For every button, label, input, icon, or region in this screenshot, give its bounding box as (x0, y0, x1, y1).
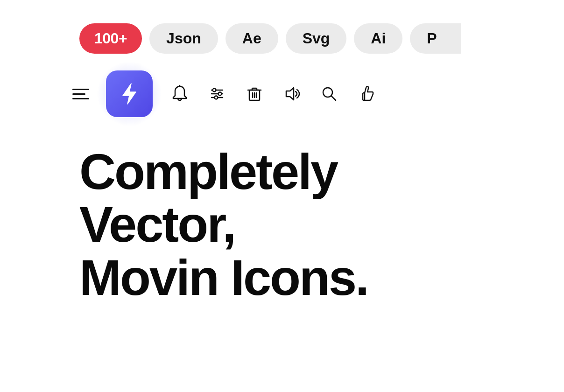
svg-marker-12 (286, 88, 294, 100)
pill-ae[interactable]: Ae (226, 23, 278, 54)
trash-icon[interactable] (244, 84, 265, 104)
headline-text: Completely Vector, Movin Icons. (79, 145, 485, 304)
pill-p[interactable]: P (410, 23, 461, 54)
headline-line2: Movin Icons. (79, 249, 368, 306)
svg-line-14 (331, 96, 336, 101)
sliders-icon[interactable] (207, 84, 227, 104)
app-icon[interactable] (106, 70, 153, 117)
pill-json[interactable]: Json (149, 23, 218, 54)
svg-point-6 (215, 96, 218, 99)
lightning-svg (117, 82, 141, 106)
svg-point-5 (219, 92, 222, 96)
pill-ai[interactable]: Ai (354, 23, 402, 54)
pill-svg[interactable]: Svg (286, 23, 347, 54)
bell-icon[interactable] (169, 84, 190, 104)
headline-line1: Completely Vector, (79, 143, 337, 252)
search-icon[interactable] (319, 84, 339, 104)
headline-section: Completely Vector, Movin Icons. (0, 117, 564, 304)
volume-icon[interactable] (282, 84, 302, 104)
hamburger-icon[interactable] (72, 89, 89, 99)
top-pills-row: 100+ Json Ae Svg Ai P (0, 0, 564, 54)
app-icon-wrapper (106, 70, 153, 117)
svg-point-4 (213, 89, 216, 92)
badge-100-plus[interactable]: 100+ (79, 23, 142, 54)
thumbsup-icon[interactable] (356, 84, 377, 104)
icon-row (0, 54, 564, 117)
